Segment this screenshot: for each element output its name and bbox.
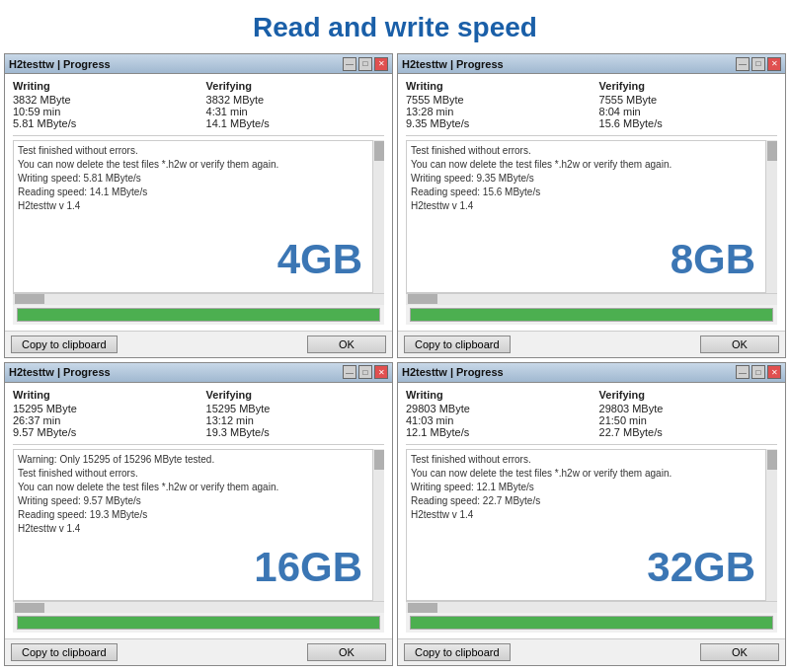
verifying-label-16gb: Verifying [206,389,384,401]
maximize-button-32gb[interactable]: □ [751,365,765,379]
button-row-32gb: Copy to clipboardOK [398,638,785,665]
minimize-button-16gb[interactable]: — [343,365,356,379]
titlebar-16gb: H2testtw | Progress—□✕ [5,363,392,383]
ok-button-32gb[interactable]: OK [700,643,779,661]
writing-time-16gb: 26:37 min [13,414,191,426]
window-8gb: H2testtw | Progress—□✕Writing7555 MByte1… [397,53,786,358]
button-row-4gb: Copy to clipboardOK [5,331,392,357]
verifying-label-4gb: Verifying [206,80,384,92]
log-scrollbar-8gb[interactable] [765,140,777,293]
titlebar-buttons-8gb: —□✕ [736,57,781,71]
window-4gb: H2testtw | Progress—□✕Writing3832 MByte1… [4,53,393,358]
ok-button-4gb[interactable]: OK [307,336,386,353]
close-button-4gb[interactable]: ✕ [374,57,388,71]
titlebar-text-4gb: H2testtw | Progress [9,58,111,70]
copy-button-16gb[interactable]: Copy to clipboard [11,643,118,661]
verifying-speed-8gb: 15.6 MByte/s [599,117,777,129]
titlebar-32gb: H2testtw | Progress—□✕ [398,363,785,383]
window-32gb: H2testtw | Progress—□✕Writing29803 MByte… [397,362,786,667]
titlebar-text-8gb: H2testtw | Progress [402,58,504,70]
log-scrollbar-32gb[interactable] [765,449,777,602]
content-16gb: Writing15295 MByte26:37 min9.57 MByte/sV… [5,383,392,639]
writing-time-32gb: 41:03 min [406,414,584,426]
verifying-time-4gb: 4:31 min [206,106,384,117]
writing-mbyte-4gb: 3832 MByte [13,94,191,106]
hscrollbar-8gb[interactable] [406,293,777,305]
writing-speed-4gb: 5.81 MByte/s [13,117,191,129]
titlebar-8gb: H2testtw | Progress—□✕ [398,54,785,74]
copy-button-8gb[interactable]: Copy to clipboard [404,336,511,353]
titlebar-text-16gb: H2testtw | Progress [9,366,111,378]
maximize-button-8gb[interactable]: □ [751,57,765,71]
verifying-mbyte-16gb: 15295 MByte [206,403,384,414]
maximize-button-4gb[interactable]: □ [358,57,372,71]
hscrollbar-4gb[interactable] [13,293,384,305]
ok-button-8gb[interactable]: OK [700,336,779,353]
verifying-mbyte-4gb: 3832 MByte [206,94,384,106]
verifying-speed-32gb: 22.7 MByte/s [599,426,777,438]
copy-button-32gb[interactable]: Copy to clipboard [404,643,511,661]
size-label-16gb: 16GB [254,544,362,591]
verifying-label-32gb: Verifying [599,389,777,401]
log-scrollbar-4gb[interactable] [372,140,384,293]
writing-speed-32gb: 12.1 MByte/s [406,426,584,438]
writing-time-8gb: 13:28 min [406,106,584,117]
writing-speed-16gb: 9.57 MByte/s [13,426,191,438]
button-row-16gb: Copy to clipboardOK [5,638,392,665]
size-label-8gb: 8GB [671,236,755,283]
content-32gb: Writing29803 MByte41:03 min12.1 MByte/sV… [398,383,785,639]
titlebar-buttons-4gb: —□✕ [343,57,388,71]
verifying-speed-4gb: 14.1 MByte/s [206,117,384,129]
minimize-button-8gb[interactable]: — [736,57,750,71]
hscrollbar-32gb[interactable] [406,601,777,613]
windows-grid: H2testtw | Progress—□✕Writing3832 MByte1… [0,53,790,670]
close-button-8gb[interactable]: ✕ [767,57,781,71]
maximize-button-16gb[interactable]: □ [358,365,372,379]
writing-mbyte-32gb: 29803 MByte [406,403,584,414]
copy-button-4gb[interactable]: Copy to clipboard [11,336,118,353]
writing-label-32gb: Writing [406,389,584,401]
verifying-time-16gb: 13:12 min [206,414,384,426]
writing-label-4gb: Writing [13,80,191,92]
titlebar-4gb: H2testtw | Progress—□✕ [5,54,392,74]
writing-time-4gb: 10:59 min [13,106,191,117]
titlebar-text-32gb: H2testtw | Progress [402,366,504,378]
content-4gb: Writing3832 MByte10:59 min5.81 MByte/sVe… [5,74,392,331]
verifying-label-8gb: Verifying [599,80,777,92]
ok-button-16gb[interactable]: OK [307,643,386,661]
minimize-button-32gb[interactable]: — [736,365,750,379]
minimize-button-4gb[interactable]: — [343,57,356,71]
writing-speed-8gb: 9.35 MByte/s [406,117,584,129]
verifying-time-8gb: 8:04 min [599,106,777,117]
size-label-4gb: 4GB [277,236,362,283]
verifying-mbyte-32gb: 29803 MByte [599,403,777,414]
verifying-speed-16gb: 19.3 MByte/s [206,426,384,438]
content-8gb: Writing7555 MByte13:28 min9.35 MByte/sVe… [398,74,785,331]
titlebar-buttons-16gb: —□✕ [343,365,388,379]
log-scrollbar-16gb[interactable] [372,449,384,602]
writing-label-8gb: Writing [406,80,584,92]
close-button-32gb[interactable]: ✕ [767,365,781,379]
button-row-8gb: Copy to clipboardOK [398,331,785,357]
close-button-16gb[interactable]: ✕ [374,365,388,379]
writing-label-16gb: Writing [13,389,191,401]
size-label-32gb: 32GB [647,544,755,591]
writing-mbyte-8gb: 7555 MByte [406,94,584,106]
window-16gb: H2testtw | Progress—□✕Writing15295 MByte… [4,362,393,667]
verifying-mbyte-8gb: 7555 MByte [599,94,777,106]
verifying-time-32gb: 21:50 min [599,414,777,426]
page-title: Read and write speed [0,0,790,53]
titlebar-buttons-32gb: —□✕ [736,365,781,379]
writing-mbyte-16gb: 15295 MByte [13,403,191,414]
hscrollbar-16gb[interactable] [13,601,384,613]
